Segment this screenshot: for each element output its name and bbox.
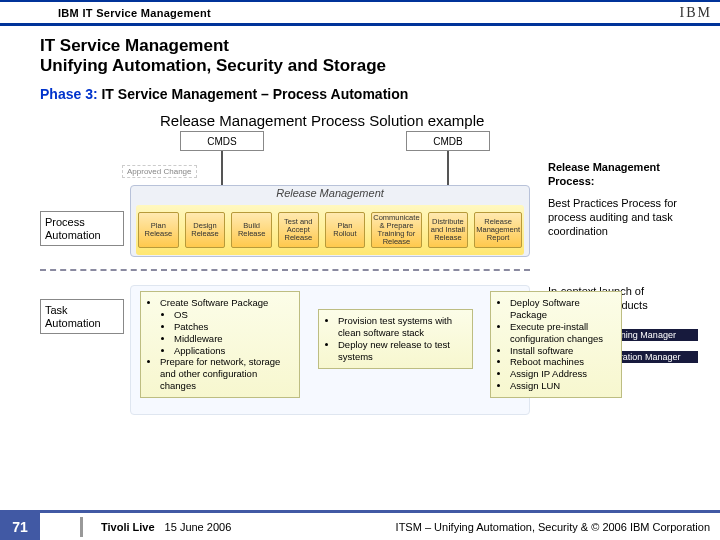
step-box: Test and Accept Release: [278, 212, 319, 248]
divider: [80, 517, 83, 537]
ibm-logo: IBM: [680, 5, 712, 21]
step-box: Build Release: [231, 212, 272, 248]
diagram: CMDS CMDB Approved Change Release Manage…: [40, 131, 690, 451]
top-bar: IBM IT Service Management IBM: [0, 0, 720, 26]
right-heading: Release Management Process:: [548, 161, 698, 189]
footer-left2: 15 June 2006: [165, 521, 232, 533]
slide-content: IT Service Management Unifying Automatio…: [0, 26, 720, 451]
note-deploy: Deploy Software Package Execute pre-inst…: [490, 291, 622, 398]
process-automation-label: Process Automation: [40, 211, 124, 246]
phase-prefix: Phase 3:: [40, 86, 98, 102]
footer: 71 Tivoli Live 15 June 2006 ITSM – Unify…: [0, 510, 720, 540]
step-box: Communicate & Prepare Training for Relea…: [371, 212, 421, 248]
right-desc-process: Best Practices Process for process audit…: [548, 197, 698, 238]
step-box: Plan Rollout: [325, 212, 366, 248]
footer-left1: Tivoli Live: [101, 521, 155, 533]
footer-copyright: © 2006 IBM Corporation: [591, 521, 710, 533]
task-automation-label: Task Automation: [40, 299, 124, 334]
step-box: Design Release: [185, 212, 226, 248]
step-box: Release Management Report: [474, 212, 522, 248]
cmdb-box: CMDB: [406, 131, 490, 151]
footer-right-pre: ITSM – Unifying Automation, Security &: [396, 521, 592, 533]
release-steps-row: Plan Release Design Release Build Releas…: [136, 205, 524, 255]
step-box: Distribute and Install Release: [428, 212, 469, 248]
example-title: Release Management Process Solution exam…: [160, 112, 690, 129]
phase-rest: IT Service Management – Process Automati…: [101, 86, 408, 102]
page-number: 71: [0, 512, 40, 541]
release-header: Release Management: [134, 187, 526, 199]
heading-line1: IT Service Management: [40, 36, 690, 56]
note-create-package: Create Software Package OS Patches Middl…: [140, 291, 300, 398]
cmds-box: CMDS: [180, 131, 264, 151]
approved-change-label: Approved Change: [122, 165, 197, 178]
step-box: Plan Release: [138, 212, 179, 248]
note-provision-test: Provision test systems with clean softwa…: [318, 309, 473, 369]
footer-left: Tivoli Live 15 June 2006: [80, 517, 231, 537]
footer-right: ITSM – Unifying Automation, Security & ©…: [396, 521, 710, 533]
dashed-divider: [40, 269, 530, 271]
phase-line: Phase 3: IT Service Management – Process…: [40, 86, 690, 102]
topbar-title: IBM IT Service Management: [58, 7, 211, 19]
heading-line2: Unifying Automation, Security and Storag…: [40, 56, 690, 76]
